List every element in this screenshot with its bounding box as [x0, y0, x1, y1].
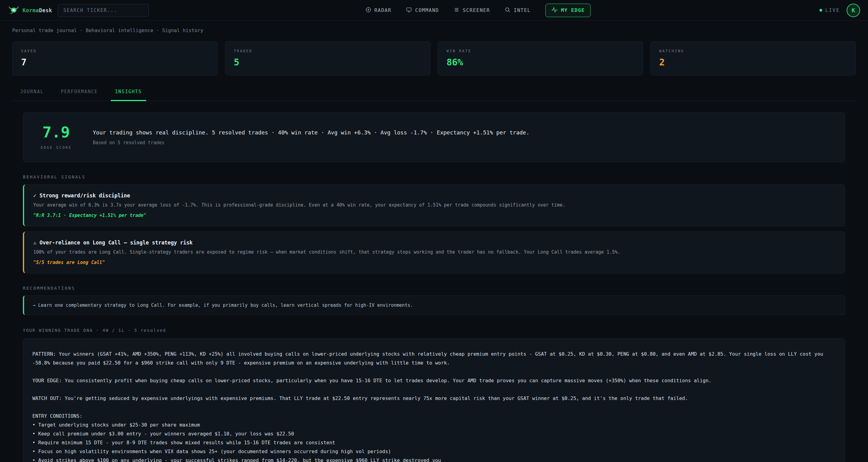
edge-summary-box: Your trading shows real discipline. 5 re…	[93, 129, 529, 145]
live-dot-icon	[819, 9, 822, 11]
avatar[interactable]: K	[847, 4, 860, 17]
live-label: LIVE	[825, 8, 840, 13]
nav-item-radar[interactable]: RADAR	[365, 7, 392, 14]
my-edge-button[interactable]: MY EDGE	[546, 4, 591, 17]
behavioral-signals-heading: BEHAVIORAL SIGNALS	[23, 174, 845, 179]
live-status: LIVE	[819, 8, 840, 13]
nav-item-intel[interactable]: INTEL	[504, 7, 531, 14]
recommendation-item: → Learn one complementary strategy to Lo…	[23, 295, 845, 315]
nav-menu: RADAR COMMAND SCREENER	[365, 4, 591, 17]
stat-card-traded: TRADED 5	[225, 41, 430, 76]
signal-card-positive: ✓ Strong reward/risk discipline Your ave…	[23, 184, 845, 226]
bull-logo-icon	[8, 5, 20, 16]
radar-icon	[365, 7, 371, 14]
stat-label: SAVED	[21, 49, 209, 53]
brand-logo[interactable]: KormaDesk	[8, 5, 52, 16]
signal-quote: "5/5 trades are Long Call"	[33, 260, 836, 265]
tab-performance[interactable]: PERFORMANCE	[57, 89, 102, 101]
breadcrumb: Personal trade journal · Behavioral inte…	[12, 28, 856, 33]
edge-basis: Based on 5 resolved trades	[93, 140, 529, 145]
nav-item-screener[interactable]: SCREENER	[454, 7, 490, 14]
trade-dna-text: PATTERN: Your winners (GSAT +41%, AMD +3…	[32, 350, 836, 462]
pulse-icon	[551, 7, 558, 14]
stat-card-win-rate: WIN RATE 86%	[438, 41, 643, 76]
stat-value: 2	[659, 57, 847, 67]
nav-item-label: COMMAND	[415, 7, 439, 13]
trade-dna-heading: YOUR WINNING TRADE DNA · 4W / 1L · 5 res…	[23, 328, 845, 333]
signal-quote: "R:R 3.7:1 · Expectancy +1.51% per trade…	[33, 213, 836, 218]
search-icon	[504, 7, 510, 14]
tab-bar: JOURNAL PERFORMANCE INSIGHTS	[12, 89, 856, 101]
signal-body: Your average win of 6.3% is 3.7x your av…	[33, 202, 836, 208]
edge-summary: Your trading shows real discipline. 5 re…	[93, 129, 529, 136]
signal-title: ⚠ Over-reliance on Long Call — single st…	[33, 239, 836, 246]
edge-score-value: 7.9	[42, 125, 70, 140]
nav-item-label: INTEL	[514, 7, 531, 13]
search-ticker-input[interactable]	[58, 4, 149, 17]
stat-value: 86%	[446, 57, 634, 67]
page-body: Personal trade journal · Behavioral inte…	[0, 28, 868, 462]
top-nav: KormaDesk RADAR COMMAND	[0, 0, 868, 21]
signal-body: 100% of your trades are Long Call. Singl…	[33, 249, 836, 255]
stat-label: WATCHING	[659, 49, 847, 53]
stat-label: TRADED	[234, 49, 422, 53]
insights-panel: 7.9 EDGE SCORE Your trading shows real d…	[12, 112, 856, 462]
nav-item-command[interactable]: COMMAND	[406, 7, 439, 14]
nav-item-label: SCREENER	[463, 7, 490, 13]
edge-score-card: 7.9 EDGE SCORE Your trading shows real d…	[23, 112, 845, 162]
stat-card-saved: SAVED 7	[12, 41, 218, 76]
stat-card-watching: WATCHING 2	[650, 41, 856, 76]
nav-right: LIVE K	[819, 4, 860, 17]
nav-item-label: RADAR	[374, 7, 392, 13]
recommendations-heading: RECOMMENDATIONS	[23, 286, 845, 291]
edge-score-label: EDGE SCORE	[40, 145, 72, 150]
stat-label: WIN RATE	[446, 49, 634, 53]
edge-score-box: 7.9 EDGE SCORE	[38, 125, 74, 150]
my-edge-label: MY EDGE	[561, 7, 585, 13]
trade-dna-card: PATTERN: Your winners (GSAT +41%, AMD +3…	[23, 338, 845, 462]
signal-title: ✓ Strong reward/risk discipline	[33, 193, 836, 199]
stats-row: SAVED 7 TRADED 5 WIN RATE 86% WATCHING 2	[12, 41, 856, 76]
tab-journal[interactable]: JOURNAL	[16, 89, 48, 101]
brand-name: KormaDesk	[23, 7, 52, 13]
monitor-icon	[406, 7, 412, 14]
stat-value: 5	[234, 57, 422, 67]
signal-card-warning: ⚠ Over-reliance on Long Call — single st…	[23, 231, 845, 273]
stat-value: 7	[21, 57, 209, 67]
tab-insights[interactable]: INSIGHTS	[111, 89, 146, 101]
list-icon	[454, 7, 460, 14]
